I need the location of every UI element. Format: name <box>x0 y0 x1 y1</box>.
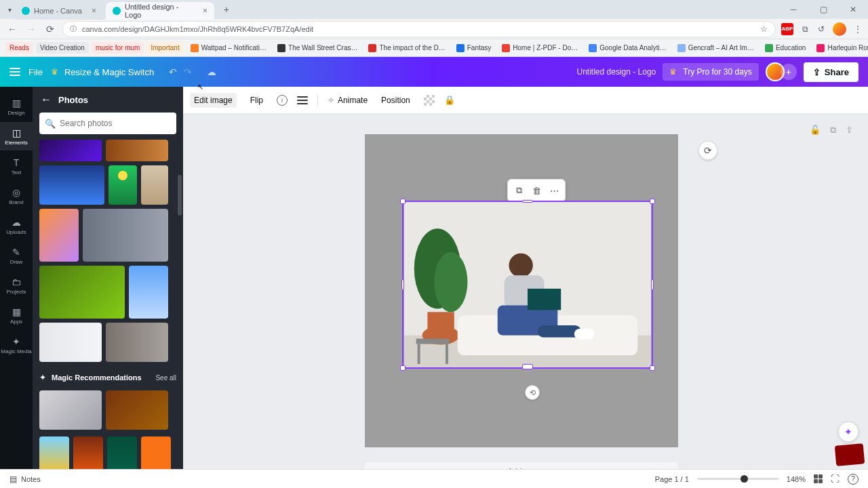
photo-thumb[interactable] <box>39 390 102 430</box>
see-all-link[interactable]: See all <box>155 374 176 382</box>
photo-thumb[interactable] <box>108 165 137 205</box>
maximize-button[interactable]: ▢ <box>808 0 838 19</box>
photo-thumb[interactable] <box>39 209 79 262</box>
photo-thumb[interactable] <box>141 436 171 469</box>
tab-design[interactable]: Untitled design - Logo × <box>106 2 214 20</box>
profile-avatar[interactable] <box>833 22 846 36</box>
bookmark-item[interactable]: Reads <box>5 42 33 54</box>
rail-design[interactable]: ▥Design <box>0 92 33 121</box>
site-info-icon[interactable]: ⓘ <box>70 24 77 34</box>
scroll-thumb[interactable] <box>178 175 182 216</box>
photo-thumb[interactable] <box>39 323 102 362</box>
alignment-icon[interactable] <box>297 96 308 104</box>
photo-thumb[interactable] <box>141 165 168 205</box>
bookmark-item[interactable]: music for mum <box>92 42 144 54</box>
delete-button[interactable]: 🗑 <box>528 182 545 199</box>
photo-thumb[interactable] <box>106 390 168 430</box>
resize-handle[interactable] <box>400 199 406 204</box>
photo-thumb[interactable] <box>39 266 125 319</box>
menu-button[interactable] <box>9 68 20 76</box>
resize-handle[interactable] <box>650 199 655 204</box>
minimize-button[interactable]: ─ <box>778 0 808 19</box>
photo-thumb[interactable] <box>129 266 168 319</box>
new-tab-button[interactable]: + <box>220 3 233 16</box>
notes-button[interactable]: Notes <box>21 475 41 483</box>
photo-thumb[interactable] <box>107 436 137 469</box>
bookmark-item[interactable]: Gencraft – AI Art Im… <box>673 42 758 54</box>
photo-thumb[interactable] <box>106 323 168 362</box>
photo-thumb[interactable] <box>73 436 103 469</box>
assistant-button[interactable]: ✦ <box>838 422 859 442</box>
bookmark-item[interactable]: Wattpad – Notificati… <box>186 42 271 54</box>
photo-thumb[interactable] <box>39 165 104 205</box>
export-page-icon[interactable]: ⇪ <box>846 125 853 136</box>
close-icon[interactable]: × <box>203 6 208 16</box>
zoom-slider[interactable] <box>697 478 778 480</box>
lock-page-icon[interactable]: 🔓 <box>810 125 821 136</box>
close-button[interactable]: ✕ <box>838 0 868 19</box>
adblock-icon[interactable]: ABP <box>781 23 793 35</box>
url-field[interactable]: ⓘ canva.com/design/DAGHJkm1mxo/JhRh8q5WR… <box>62 21 776 37</box>
panel-back-button[interactable]: ← <box>41 94 52 106</box>
back-button[interactable]: ← <box>5 22 19 36</box>
tab-search-icon[interactable]: ▾ <box>4 6 15 14</box>
bookmark-item[interactable]: The impact of the D… <box>364 42 449 54</box>
regenerate-button[interactable]: ⟳ <box>698 141 717 160</box>
reload-button[interactable]: ⟳ <box>43 22 57 36</box>
info-icon[interactable]: i <box>277 95 288 106</box>
rail-apps[interactable]: ▦Apps <box>0 301 33 329</box>
photo-thumb[interactable] <box>39 140 102 161</box>
bookmark-item[interactable]: Home | Z-PDF - Do… <box>498 42 582 54</box>
page-indicator[interactable]: Page 1 / 1 <box>655 475 689 483</box>
resize-button[interactable]: ♛ Resize & Magic Switch <box>51 67 154 77</box>
resize-handle[interactable] <box>650 365 655 371</box>
photo-search[interactable]: 🔍 <box>39 113 176 134</box>
photo-thumb[interactable] <box>39 436 69 469</box>
bookmark-item[interactable]: Google Data Analyti… <box>585 42 670 54</box>
rail-brand[interactable]: ◎Brand <box>0 182 33 210</box>
bookmark-item[interactable]: Important <box>146 42 183 54</box>
bookmark-item[interactable]: The Wall Street Cras… <box>273 42 361 54</box>
try-pro-button[interactable]: ♛ Try Pro for 30 days <box>663 63 759 81</box>
transparency-button[interactable] <box>424 95 435 106</box>
rail-uploads[interactable]: ☁Uploads <box>0 211 33 240</box>
rail-draw[interactable]: ✎Draw <box>0 241 33 270</box>
fullscreen-button[interactable]: ⛶ <box>831 474 840 484</box>
flip-button[interactable]: Flip <box>246 93 267 108</box>
rail-elements[interactable]: ◫Elements <box>0 122 33 150</box>
tab-home[interactable]: Home - Canva × <box>15 2 103 20</box>
menu-icon[interactable]: ⋮ <box>853 24 863 34</box>
animate-button[interactable]: ✧Animate <box>328 96 368 105</box>
slider-knob[interactable] <box>741 475 748 483</box>
resize-handle[interactable] <box>522 364 533 369</box>
edit-image-button[interactable]: Edit image <box>190 93 237 108</box>
close-icon[interactable]: × <box>92 6 96 16</box>
duplicate-button[interactable]: ⧉ <box>511 182 527 199</box>
grid-view-button[interactable] <box>814 474 823 483</box>
rotate-handle[interactable]: ⟲ <box>525 385 540 400</box>
panel-scrollbar[interactable] <box>178 155 182 462</box>
collaborators[interactable]: + <box>766 62 797 81</box>
rail-projects[interactable]: 🗀Projects <box>0 271 33 300</box>
position-button[interactable]: Position <box>377 93 414 108</box>
forward-button[interactable]: → <box>24 22 38 36</box>
undo-button[interactable]: ↶ <box>169 66 177 77</box>
zoom-value[interactable]: 148% <box>787 475 806 483</box>
canvas-area[interactable]: 🔓 ⧉ ⇪ ⧉ 🗑 ⋯ <box>183 114 868 469</box>
bookmark-item[interactable]: Fantasy <box>452 42 496 54</box>
resize-handle[interactable] <box>522 200 533 203</box>
history-icon[interactable]: ↺ <box>816 24 826 34</box>
search-input[interactable] <box>60 119 171 128</box>
file-menu[interactable]: File <box>28 67 43 77</box>
bookmark-item[interactable]: Harlequin Romance… <box>812 42 868 54</box>
bookmark-item[interactable]: Video Creation <box>36 42 89 54</box>
help-button[interactable]: ? <box>848 474 859 485</box>
redo-button[interactable]: ↷ <box>184 66 192 77</box>
photo-thumb[interactable] <box>83 209 168 262</box>
add-page-button[interactable]: + Add page <box>365 462 678 469</box>
resize-handle[interactable] <box>400 365 406 371</box>
cloud-sync-icon[interactable]: ☁ <box>207 66 216 77</box>
rail-text[interactable]: TText <box>0 152 33 180</box>
duplicate-page-icon[interactable]: ⧉ <box>830 125 836 136</box>
lock-icon[interactable]: 🔒 <box>444 95 455 105</box>
